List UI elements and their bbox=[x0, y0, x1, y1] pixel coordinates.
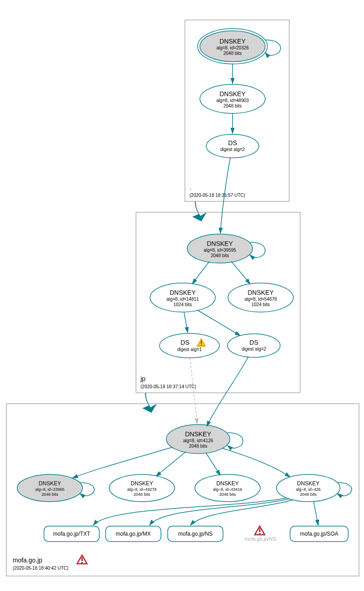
edge-jp-zsk1-ds1 bbox=[184, 312, 188, 332]
zone-label-root: . bbox=[189, 184, 191, 191]
svg-text:DS: DS bbox=[228, 139, 237, 147]
edge-mofa-ksk-k4 bbox=[222, 448, 290, 477]
dnssec-graph: . (2020-05-18 18:35:57 UTC) DNSKEY alg=8… bbox=[0, 0, 364, 591]
svg-text:mofa.go.jp/NS: mofa.go.jp/NS bbox=[178, 531, 213, 537]
edge-jp-ksk-zsk1 bbox=[192, 261, 209, 284]
node-mofa-k3[interactable]: DNSKEY alg=8, id=43416 2048 bits bbox=[195, 474, 260, 502]
svg-text:digest alg=2: digest alg=2 bbox=[220, 147, 245, 152]
svg-text:digest alg=1: digest alg=1 bbox=[177, 347, 202, 352]
svg-text:2048 bits: 2048 bits bbox=[211, 253, 229, 258]
svg-text:2048 bits: 2048 bits bbox=[223, 51, 242, 56]
svg-text:DNSKEY: DNSKEY bbox=[248, 289, 274, 296]
edge-jp-ksk-zsk2 bbox=[231, 261, 250, 284]
svg-text:2048 bits: 2048 bits bbox=[134, 492, 150, 497]
error-icon bbox=[255, 526, 265, 535]
svg-text:DNSKEY: DNSKEY bbox=[131, 480, 153, 487]
svg-rect-27 bbox=[201, 341, 202, 344]
svg-text:2048 bits: 2048 bits bbox=[189, 444, 208, 449]
zone-arrow-root-jp bbox=[192, 201, 207, 221]
svg-text:2048 bits: 2048 bits bbox=[300, 492, 317, 497]
svg-text:DNSKEY: DNSKEY bbox=[219, 38, 246, 45]
svg-text:DNSKEY: DNSKEY bbox=[170, 289, 196, 296]
node-jp-ksk[interactable]: DNSKEY alg=8, id=39595 2048 bits bbox=[187, 234, 252, 263]
edge-jp-ds2-mofa-ksk bbox=[207, 357, 248, 426]
svg-text:alg=8, id=43416: alg=8, id=43416 bbox=[213, 487, 243, 492]
node-rr-ns[interactable]: mofa.go.jp/NS bbox=[168, 526, 223, 542]
svg-text:alg=8, id=39595: alg=8, id=39595 bbox=[204, 248, 236, 253]
edge-mofa-ksk-k2 bbox=[156, 452, 186, 476]
svg-text:DNSKEY: DNSKEY bbox=[39, 480, 61, 487]
node-jp-ds2[interactable]: DS digest alg=2 bbox=[228, 334, 280, 357]
node-rr-ns2[interactable]: mofa.go.jp/NS bbox=[244, 526, 276, 542]
svg-text:alg=8, id=14811: alg=8, id=14811 bbox=[166, 297, 199, 302]
node-jp-ds1[interactable]: DS digest alg=1 bbox=[160, 333, 219, 358]
node-jp-zsk1[interactable]: DNSKEY alg=8, id=14811 1024 bits bbox=[150, 283, 215, 312]
svg-text:DS: DS bbox=[249, 339, 258, 346]
node-mofa-k2[interactable]: DNSKEY alg=8, id=49278 2048 bits bbox=[109, 474, 175, 502]
svg-text:alg=8, id=23965: alg=8, id=23965 bbox=[35, 487, 65, 492]
svg-text:mofa.go.jp/NS: mofa.go.jp/NS bbox=[244, 536, 276, 542]
svg-text:2048 bits: 2048 bits bbox=[42, 492, 58, 497]
edge-mofa-ksk-k3 bbox=[206, 453, 220, 475]
svg-text:2048 bits: 2048 bits bbox=[219, 492, 236, 497]
svg-rect-32 bbox=[82, 557, 83, 561]
svg-text:DNSKEY: DNSKEY bbox=[207, 240, 233, 247]
svg-text:DNSKEY: DNSKEY bbox=[219, 90, 246, 98]
zone-time-jp: (2020-05-18 18:37:14 UTC) bbox=[141, 384, 196, 389]
edge-jp-zsk1-ds2 bbox=[198, 310, 240, 336]
zone-arrow-jp-mofa bbox=[142, 393, 157, 413]
node-root-ds[interactable]: DS digest alg=2 bbox=[206, 134, 259, 158]
zone-label-jp: jp bbox=[140, 375, 146, 382]
node-mofa-k4[interactable]: DNSKEY alg=8, id=426 2048 bits bbox=[277, 474, 340, 502]
svg-text:mofa.go.jp/TXT: mofa.go.jp/TXT bbox=[53, 531, 91, 537]
svg-text:alg=8, id=20326: alg=8, id=20326 bbox=[216, 45, 249, 50]
svg-rect-61 bbox=[259, 533, 261, 534]
svg-text:DNSKEY: DNSKEY bbox=[216, 480, 238, 487]
node-jp-zsk2[interactable]: DNSKEY alg=8, id=54678 1024 bits bbox=[228, 283, 293, 312]
node-rr-mx[interactable]: mofa.go.jp/MX bbox=[106, 526, 161, 542]
svg-text:alg=8, id=4126: alg=8, id=4126 bbox=[183, 438, 214, 443]
node-root-ksk[interactable]: DNSKEY alg=8, id=20326 2048 bits bbox=[198, 29, 267, 64]
svg-text:1024 bits: 1024 bits bbox=[174, 302, 192, 307]
svg-text:mofa.go.jp/SOA: mofa.go.jp/SOA bbox=[300, 531, 339, 537]
node-mofa-k1[interactable]: DNSKEY alg=8, id=23965 2048 bits bbox=[17, 474, 83, 502]
svg-text:alg=8, id=54678: alg=8, id=54678 bbox=[244, 297, 277, 302]
edge-mofa-ksk-k1 bbox=[73, 447, 172, 478]
error-icon bbox=[77, 555, 87, 564]
svg-text:mofa.go.jp/MX: mofa.go.jp/MX bbox=[116, 531, 150, 537]
svg-text:alg=8, id=48903: alg=8, id=48903 bbox=[216, 98, 249, 103]
zone-label-mofa: mofa.go.jp bbox=[13, 557, 43, 564]
edge-jp-ds1-mofa-ksk bbox=[190, 358, 197, 424]
node-mofa-ksk[interactable]: DNSKEY alg=8, id=4126 2048 bits bbox=[166, 425, 230, 454]
svg-text:digest alg=2: digest alg=2 bbox=[242, 347, 267, 352]
svg-text:alg=8, id=426: alg=8, id=426 bbox=[296, 487, 321, 492]
zone-time-root: (2020-05-18 18:35:57 UTC) bbox=[189, 193, 245, 198]
svg-rect-28 bbox=[201, 345, 202, 346]
node-rr-soa[interactable]: mofa.go.jp/SOA bbox=[290, 526, 348, 542]
svg-text:1024 bits: 1024 bits bbox=[252, 302, 270, 307]
node-root-zsk[interactable]: DNSKEY alg=8, id=48903 2048 bits bbox=[200, 84, 265, 113]
zone-time-mofa: (2020-05-18 18:40:42 UTC) bbox=[13, 566, 68, 571]
svg-text:DS: DS bbox=[180, 339, 189, 346]
svg-rect-60 bbox=[259, 528, 261, 532]
svg-text:DNSKEY: DNSKEY bbox=[185, 430, 211, 438]
svg-text:2048 bits: 2048 bits bbox=[223, 103, 242, 108]
edge-mofa-k4-soa bbox=[314, 502, 318, 525]
svg-text:DNSKEY: DNSKEY bbox=[297, 480, 319, 487]
node-rr-txt[interactable]: mofa.go.jp/TXT bbox=[44, 526, 99, 542]
svg-rect-33 bbox=[82, 562, 83, 563]
edge-mofa-k4-mx bbox=[150, 499, 289, 525]
svg-point-24 bbox=[160, 333, 219, 358]
svg-text:alg=8, id=49278: alg=8, id=49278 bbox=[127, 487, 157, 492]
